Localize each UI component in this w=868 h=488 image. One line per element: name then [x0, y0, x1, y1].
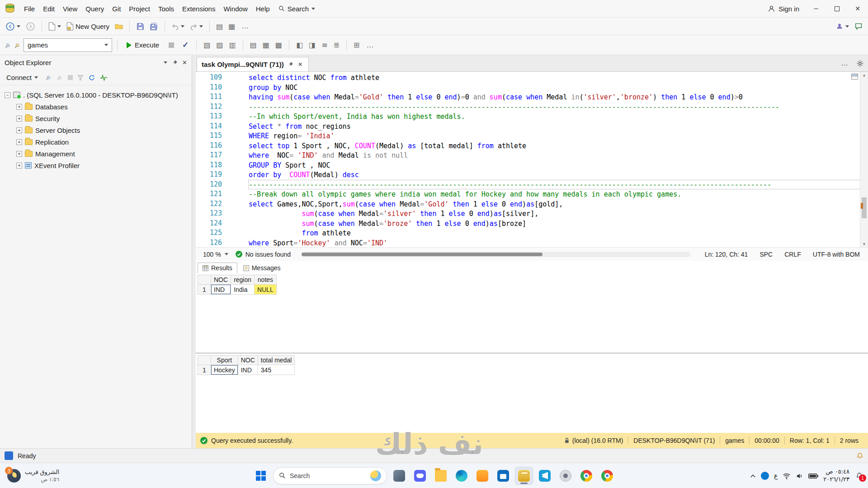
navigate-back-button[interactable] [4, 19, 22, 33]
tree-node-databases[interactable]: Databases [0, 101, 192, 113]
expand-icon[interactable] [16, 127, 22, 133]
expand-icon[interactable] [16, 116, 22, 122]
tree-node-server[interactable]: . (SQL Server 16.0.1000 - DESKTOP-B96D9Q… [0, 89, 192, 101]
sqlcmd-mode-icon[interactable]: ⊞ [352, 41, 361, 49]
new-file-button[interactable] [47, 19, 63, 33]
menu-item[interactable]: View [59, 0, 81, 17]
taskbar-file-explorer-icon[interactable] [432, 467, 450, 485]
refresh-icon[interactable] [88, 74, 95, 81]
code-line[interactable]: 124 sum(case when Medal='broze' then 1 e… [196, 219, 868, 229]
results-to-file-icon[interactable]: ▩ [274, 41, 284, 49]
tray-chevron-up-icon[interactable] [750, 474, 756, 478]
taskbar-snip-icon[interactable] [557, 467, 575, 485]
code-line[interactable]: 113--In which Sport/event, India has won… [196, 112, 868, 122]
live-stats-icon[interactable]: ▨ [214, 41, 225, 49]
grid-cell[interactable]: IND [238, 365, 258, 375]
code-line[interactable]: 118GROUP BY Sport , NOC [196, 160, 868, 170]
code-line[interactable]: 116select top 1 Sport , NOC, COUNT(Medal… [196, 141, 868, 151]
code-line[interactable]: 121--Break down all olympic games where … [196, 189, 868, 199]
start-button[interactable] [252, 467, 270, 485]
code-line[interactable]: 111having sum(case when Medal='Gold' the… [196, 92, 868, 102]
collapse-icon[interactable] [5, 92, 10, 98]
database-dropdown[interactable]: games [24, 38, 112, 52]
tray-clock[interactable]: ٠٥:٤٨ ص ٢٠٢٦/١/٢٣ [823, 468, 849, 483]
horizontal-scrollbar[interactable] [302, 252, 690, 257]
cancel-query-button[interactable] [165, 38, 177, 52]
taskbar-amber-app-icon[interactable] [473, 467, 491, 485]
taskbar-discord-icon[interactable] [411, 467, 429, 485]
zoom-dropdown[interactable]: 100 % [200, 251, 231, 258]
volume-icon[interactable] [796, 472, 803, 480]
column-header[interactable]: NOC [238, 355, 258, 365]
change-connection-icon[interactable] [14, 42, 21, 49]
expand-icon[interactable] [16, 139, 22, 145]
code-line[interactable]: 110group by NOC [196, 83, 868, 93]
execute-button[interactable]: Execute [123, 38, 163, 52]
code-line[interactable]: 119order by COUNT(Medal) desc [196, 170, 868, 180]
chevron-down-icon[interactable] [164, 61, 167, 64]
filter-icon[interactable] [77, 75, 84, 81]
menu-item[interactable]: Edit [39, 0, 59, 17]
tree-node-xevent-profiler[interactable]: XEvent Profiler [0, 160, 192, 171]
taskbar-store-icon[interactable] [494, 467, 512, 485]
activity-monitor-icon[interactable] [100, 74, 108, 81]
tab-messages[interactable]: Messages [238, 263, 286, 273]
row-header[interactable]: 1 [198, 285, 211, 295]
restore-button[interactable] [826, 0, 847, 17]
code-line[interactable]: 126where Sport='Hockey' and NOC='IND' [196, 238, 868, 248]
code-line[interactable]: 115WHERE region= 'India' [196, 131, 868, 141]
indent-icon[interactable]: ≡ [320, 41, 329, 49]
user-profile-button[interactable] [834, 19, 851, 33]
estimated-plan-icon[interactable]: ▧ [202, 41, 212, 49]
encoding-indicator[interactable]: UTF-8 with BOM [809, 251, 863, 258]
column-header[interactable]: region [231, 275, 255, 285]
grid-corner[interactable] [198, 355, 211, 365]
connect-plug-icon[interactable] [5, 42, 12, 49]
code-line[interactable]: 112-------------------------------------… [196, 102, 868, 112]
expand-icon[interactable] [16, 151, 22, 157]
expand-icon[interactable] [16, 104, 22, 110]
results-to-grid-icon[interactable]: ▦ [261, 41, 271, 49]
panel-splitter[interactable] [192, 55, 196, 448]
stop-action-icon[interactable] [68, 75, 73, 80]
close-button[interactable]: ✕ [847, 0, 868, 17]
grid-cell[interactable]: IND [211, 285, 231, 295]
wifi-icon[interactable] [783, 473, 791, 479]
horizontal-scrollbar-thumb[interactable] [302, 253, 542, 256]
toolbar-overflow-button[interactable]: … [239, 22, 252, 30]
tree-node-server-objects[interactable]: Server Objects [0, 124, 192, 136]
battery-icon[interactable] [808, 473, 818, 479]
save-button[interactable] [134, 19, 146, 33]
vertical-scrollbar[interactable]: ▲ ▼ [860, 72, 868, 247]
notification-center-button[interactable]: 1 [854, 471, 864, 481]
code-line[interactable]: 123 sum(case when Medal='silver' then 1 … [196, 209, 868, 219]
expand-icon[interactable] [16, 163, 22, 169]
tree-node-replication[interactable]: Replication [0, 136, 192, 148]
menu-search[interactable]: Search [274, 0, 320, 17]
split-editor-icon[interactable] [851, 74, 858, 80]
uncomment-code-icon[interactable]: ◨ [307, 41, 317, 49]
document-tab[interactable]: task Olympi...9QN\IT (71)) ✕ [197, 57, 309, 71]
comment-code-icon[interactable]: ◧ [294, 41, 305, 49]
script-as-icon[interactable]: ▤ [214, 22, 225, 31]
grid-cell[interactable]: 345 [258, 365, 295, 375]
menu-item[interactable]: File [20, 0, 39, 17]
column-header[interactable]: Sport [211, 355, 238, 365]
tree-node-management[interactable]: Management [0, 148, 192, 160]
minimize-button[interactable]: ─ [806, 0, 826, 17]
code-line[interactable]: 114Select * from noc_regions [196, 122, 868, 131]
tab-overflow-button[interactable]: … [838, 59, 851, 67]
menu-item[interactable]: Help [252, 0, 274, 17]
eol-indicator[interactable]: CRLF [781, 251, 805, 258]
taskbar-search[interactable]: Search [273, 467, 387, 484]
notifications-bell-icon[interactable] [856, 452, 863, 460]
results-to-text-icon[interactable]: ▤ [248, 41, 259, 49]
row-header[interactable]: 1 [198, 365, 211, 375]
connect-server-icon[interactable] [45, 74, 52, 81]
sign-in-button[interactable]: Sign in [761, 0, 806, 17]
connect-button[interactable]: Connect [4, 73, 41, 82]
grid-corner[interactable] [198, 275, 211, 285]
pin-icon[interactable] [172, 60, 178, 66]
gear-icon[interactable] [857, 60, 863, 67]
sql-code-editor[interactable]: 109select distinct NOC from athlete110gr… [196, 71, 868, 247]
